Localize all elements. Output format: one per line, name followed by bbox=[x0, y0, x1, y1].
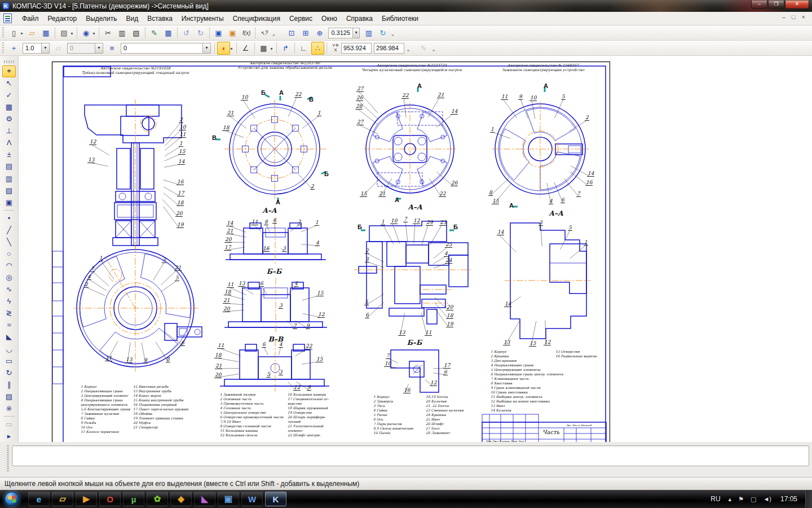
menu-item-window[interactable]: Окно bbox=[317, 13, 342, 24]
toolbar-grip[interactable] bbox=[2, 27, 5, 38]
grid-toggle-button[interactable]: ▦▼ bbox=[257, 42, 270, 55]
styles-brush-tool[interactable]: ※ bbox=[2, 402, 16, 414]
tray-network-icon[interactable]: ▢ bbox=[751, 496, 756, 503]
document-icon[interactable] bbox=[3, 14, 12, 23]
auxiliary-line-tool[interactable]: ╱ bbox=[2, 224, 16, 236]
measure-angle-tool[interactable]: Λ bbox=[2, 137, 16, 148]
toolbar-overflow-icon[interactable]: » bbox=[271, 27, 276, 39]
menu-item-service[interactable]: Сервис bbox=[285, 13, 317, 24]
taskbar-ie-button[interactable]: e bbox=[28, 492, 50, 506]
taskbar-kompas-button[interactable]: K bbox=[265, 492, 286, 506]
menu-item-tools[interactable]: Инструменты bbox=[177, 13, 228, 24]
menu-item-view[interactable]: Вид bbox=[122, 13, 143, 24]
continuous-input-tool[interactable]: ∿ bbox=[2, 283, 16, 295]
coord-y-field[interactable]: 953.924 bbox=[341, 43, 372, 54]
taskbar-word-button[interactable]: W bbox=[241, 492, 263, 506]
show-desktop-button[interactable] bbox=[805, 490, 812, 508]
start-button[interactable] bbox=[5, 492, 19, 506]
property-bar-grip[interactable] bbox=[7, 445, 9, 472]
circle-tool[interactable]: ○ bbox=[2, 248, 16, 260]
save-button[interactable]: ▦ bbox=[39, 27, 52, 40]
spline-tool[interactable]: ≈ bbox=[2, 319, 16, 331]
ellipse-tool[interactable]: ◎ bbox=[2, 271, 16, 283]
chamfer-tool[interactable]: ◣ bbox=[2, 331, 16, 343]
refresh-image-button[interactable]: ↻ bbox=[376, 27, 389, 40]
snap-toggle-button[interactable]: ◖▼ bbox=[217, 42, 230, 55]
rectangle-tool[interactable]: ▭ bbox=[2, 355, 16, 367]
tolerance-tool[interactable]: ± bbox=[2, 148, 16, 160]
clock[interactable]: 17:05 bbox=[780, 495, 797, 503]
doc-manager-button[interactable]: ▣ bbox=[212, 27, 225, 40]
print-button[interactable]: ▤▼ bbox=[58, 27, 70, 40]
zoom-scale-combo[interactable]: 0.3125▼ bbox=[328, 28, 360, 38]
copy-rotate-tool[interactable]: ↻ bbox=[2, 367, 16, 379]
fragments-tool[interactable]: ▦ bbox=[2, 101, 16, 113]
menu-item-help[interactable]: Справка bbox=[342, 13, 377, 24]
tray-volume-icon[interactable]: ◄) bbox=[763, 496, 771, 503]
preview-button[interactable]: ◉▼ bbox=[80, 27, 92, 40]
variables-button[interactable]: ▣ bbox=[226, 27, 239, 40]
chevron-down-icon[interactable]: ▼ bbox=[352, 28, 359, 38]
menu-item-specification[interactable]: Спецификация bbox=[228, 13, 285, 24]
taskbar-utorrent-button[interactable]: µ bbox=[123, 492, 144, 506]
cursor-step-combo[interactable]: 1.0▼ bbox=[23, 43, 50, 54]
cut-button[interactable]: ✂ bbox=[102, 27, 114, 40]
taskbar-daemon-button[interactable]: ◆ bbox=[170, 492, 192, 506]
toolbar-overflow-icon[interactable]: » bbox=[405, 42, 411, 54]
panel-grip[interactable] bbox=[4, 60, 14, 63]
format-brush-button[interactable]: ✎ bbox=[148, 27, 161, 40]
spec-editor-button[interactable]: ▦ bbox=[162, 27, 175, 40]
cursor-step-button[interactable]: + bbox=[7, 42, 20, 55]
ole-insert-tool[interactable]: ▣ bbox=[2, 196, 16, 208]
undo-button[interactable]: ↺ bbox=[180, 27, 193, 40]
taskbar-viewer-button[interactable]: ▣ bbox=[218, 492, 239, 506]
mdi-window-buttons[interactable]: – □ × bbox=[782, 14, 807, 20]
verify-document-tool[interactable]: ✓ bbox=[2, 89, 16, 101]
snap-points-button[interactable]: ∴ bbox=[311, 42, 324, 55]
zoom-in-button[interactable]: ⊕ bbox=[313, 27, 326, 40]
multiline-tool[interactable]: ∥ bbox=[2, 379, 16, 391]
minimize-button[interactable]: – bbox=[751, 1, 767, 9]
fx-button[interactable]: f(x) bbox=[240, 27, 253, 40]
current-layer-combo[interactable]: 0▼ bbox=[121, 43, 211, 54]
toolbar-overflow-icon[interactable]: » bbox=[390, 27, 395, 39]
toolbar-grip[interactable] bbox=[2, 42, 5, 54]
change-view-button[interactable]: ▥ bbox=[362, 27, 375, 40]
expand-toolbar-button[interactable]: ▸ bbox=[2, 430, 16, 442]
chevron-down-icon[interactable]: ▼ bbox=[41, 43, 49, 53]
restore-button[interactable]: ❐ bbox=[768, 1, 784, 9]
tray-flag-icon[interactable]: ⚑ bbox=[738, 496, 744, 503]
open-button[interactable]: ▱ bbox=[25, 27, 38, 40]
report-tool[interactable]: ▧ bbox=[2, 185, 16, 196]
zoom-pan-button[interactable]: ⊞ bbox=[299, 27, 312, 40]
select-pointer-tool[interactable]: ↖ bbox=[2, 77, 16, 89]
paste-button[interactable]: ▧ bbox=[130, 27, 143, 40]
language-indicator[interactable]: RU bbox=[710, 495, 720, 503]
copy-button[interactable]: ▥ bbox=[116, 27, 129, 40]
point-tool[interactable]: • bbox=[2, 212, 16, 224]
menu-item-editor[interactable]: Редактор bbox=[43, 13, 82, 24]
polyline-tool[interactable]: ≷ bbox=[2, 307, 16, 319]
segment-tool[interactable]: ╲ bbox=[2, 236, 16, 248]
taskbar-opera-button[interactable]: O bbox=[99, 492, 121, 506]
ortho-button[interactable]: ∟ bbox=[297, 42, 310, 55]
menu-item-select[interactable]: Выделить bbox=[81, 13, 121, 24]
tray-expand-icon[interactable]: ▴ bbox=[729, 496, 732, 503]
drawing-canvas[interactable]: .bl{stroke:#1414cc;fill:none;stroke-widt… bbox=[19, 56, 812, 442]
menu-item-insert[interactable]: Вставка bbox=[143, 13, 177, 24]
layers-button[interactable]: ≡ bbox=[105, 42, 118, 55]
taskbar-icq-button[interactable]: ✿ bbox=[147, 492, 168, 506]
hatch-tool[interactable]: ▨ bbox=[2, 391, 16, 402]
chevron-down-icon[interactable]: ▼ bbox=[202, 43, 210, 53]
close-button[interactable]: ✕ bbox=[785, 1, 809, 9]
perpendicular-tool[interactable]: ⊥ bbox=[2, 125, 16, 137]
lightning-input-tool[interactable]: ϟ bbox=[2, 295, 16, 307]
local-cs-button[interactable]: ↱ bbox=[279, 42, 292, 55]
context-help-button[interactable]: ↖? bbox=[258, 27, 270, 40]
spec-objects-tool[interactable]: ▥ bbox=[2, 172, 16, 184]
new-document-button[interactable]: ▯▼ bbox=[7, 27, 20, 40]
coord-x-field[interactable]: 298.984 bbox=[374, 43, 404, 54]
redo-button[interactable]: ↻ bbox=[194, 27, 207, 40]
taskbar-explorer-button[interactable]: ▱ bbox=[52, 492, 73, 506]
taskbar-media-player-button[interactable]: ▶ bbox=[76, 492, 97, 506]
